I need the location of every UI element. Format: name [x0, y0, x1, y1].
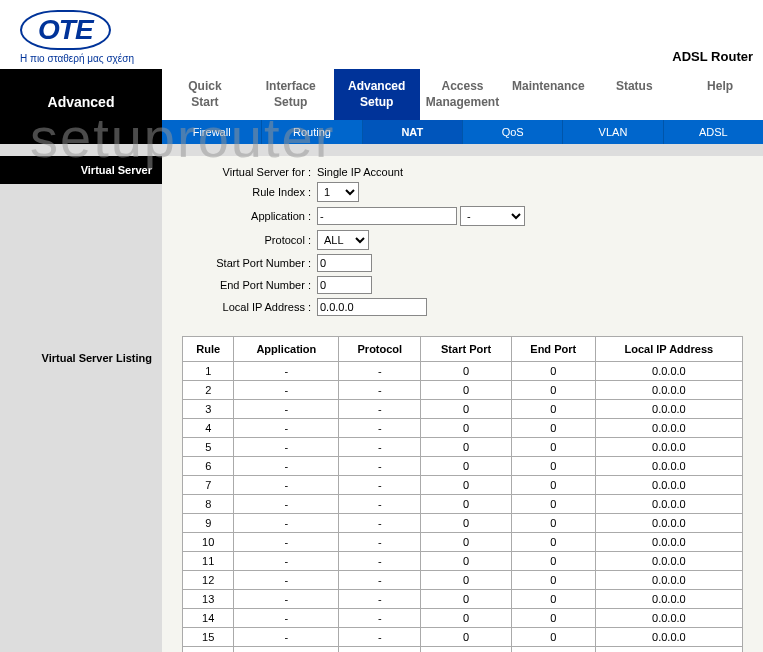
cell-ip: 0.0.0.0	[595, 400, 742, 419]
label-protocol: Protocol :	[182, 234, 317, 246]
cell-app: -	[234, 514, 339, 533]
cell-sp: 0	[421, 533, 511, 552]
subtab-vlan[interactable]: VLAN	[563, 120, 663, 144]
cell-sp: 0	[421, 571, 511, 590]
table-row[interactable]: 12--000.0.0.0	[183, 571, 743, 590]
virtual-server-table: Rule Application Protocol Start Port End…	[182, 336, 743, 652]
cell-sp: 0	[421, 628, 511, 647]
cell-sp: 0	[421, 495, 511, 514]
cell-sp: 0	[421, 476, 511, 495]
cell-sp: 0	[421, 438, 511, 457]
cell-ip: 0.0.0.0	[595, 552, 742, 571]
table-row[interactable]: 16--000.0.0.0	[183, 647, 743, 652]
cell-proto: -	[339, 495, 421, 514]
cell-proto: -	[339, 647, 421, 652]
cell-ep: 0	[511, 571, 595, 590]
input-application[interactable]	[317, 207, 457, 225]
cell-ip: 0.0.0.0	[595, 514, 742, 533]
header: OTE Η πιο σταθερή μας σχέση ADSL Router	[0, 0, 763, 69]
input-end-port[interactable]	[317, 276, 372, 294]
table-row[interactable]: 14--000.0.0.0	[183, 609, 743, 628]
cell-ip: 0.0.0.0	[595, 647, 742, 652]
table-row[interactable]: 4--000.0.0.0	[183, 419, 743, 438]
section-virtual-server-listing: Virtual Server Listing	[0, 344, 162, 372]
cell-ep: 0	[511, 400, 595, 419]
tab-quick-start[interactable]: Quick Start	[162, 69, 248, 120]
cell-app: -	[234, 476, 339, 495]
subtab-qos[interactable]: QoS	[463, 120, 563, 144]
cell-ep: 0	[511, 381, 595, 400]
select-rule-index[interactable]: 1	[317, 182, 359, 202]
cell-app: -	[234, 457, 339, 476]
cell-sp: 0	[421, 514, 511, 533]
cell-rule: 5	[183, 438, 234, 457]
tab-maintenance[interactable]: Maintenance	[505, 69, 591, 120]
cell-sp: 0	[421, 419, 511, 438]
cell-app: -	[234, 571, 339, 590]
table-row[interactable]: 11--000.0.0.0	[183, 552, 743, 571]
table-row[interactable]: 5--000.0.0.0	[183, 438, 743, 457]
cell-ep: 0	[511, 628, 595, 647]
table-row[interactable]: 7--000.0.0.0	[183, 476, 743, 495]
cell-ip: 0.0.0.0	[595, 609, 742, 628]
cell-proto: -	[339, 514, 421, 533]
table-row[interactable]: 9--000.0.0.0	[183, 514, 743, 533]
tab-status[interactable]: Status	[591, 69, 677, 120]
cell-rule: 14	[183, 609, 234, 628]
tab-access-management[interactable]: Access Management	[420, 69, 506, 120]
cell-app: -	[234, 495, 339, 514]
cell-app: -	[234, 533, 339, 552]
cell-proto: -	[339, 362, 421, 381]
cell-ip: 0.0.0.0	[595, 362, 742, 381]
col-protocol: Protocol	[339, 337, 421, 362]
tab-interface-setup[interactable]: Interface Setup	[248, 69, 334, 120]
cell-proto: -	[339, 457, 421, 476]
table-row[interactable]: 13--000.0.0.0	[183, 590, 743, 609]
table-row[interactable]: 10--000.0.0.0	[183, 533, 743, 552]
label-start-port: Start Port Number :	[182, 257, 317, 269]
subtab-firewall[interactable]: Firewall	[162, 120, 262, 144]
cell-ep: 0	[511, 609, 595, 628]
tab-help[interactable]: Help	[677, 69, 763, 120]
label-rule-index: Rule Index :	[182, 186, 317, 198]
cell-app: -	[234, 552, 339, 571]
subtab-routing[interactable]: Routing	[262, 120, 362, 144]
cell-ep: 0	[511, 514, 595, 533]
cell-ip: 0.0.0.0	[595, 381, 742, 400]
input-start-port[interactable]	[317, 254, 372, 272]
tab-advanced-setup[interactable]: Advanced Setup	[334, 69, 420, 120]
cell-sp: 0	[421, 552, 511, 571]
cell-ip: 0.0.0.0	[595, 457, 742, 476]
subtab-adsl[interactable]: ADSL	[664, 120, 763, 144]
table-row[interactable]: 3--000.0.0.0	[183, 400, 743, 419]
label-local-ip: Local IP Address :	[182, 301, 317, 313]
label-end-port: End Port Number :	[182, 279, 317, 291]
logo-area: OTE Η πιο σταθερή μας σχέση	[20, 10, 134, 64]
value-vs-for: Single IP Account	[317, 166, 403, 178]
cell-ep: 0	[511, 362, 595, 381]
col-end-port: End Port	[511, 337, 595, 362]
cell-app: -	[234, 590, 339, 609]
subtab-nat[interactable]: NAT	[363, 120, 463, 144]
cell-ip: 0.0.0.0	[595, 533, 742, 552]
table-row[interactable]: 6--000.0.0.0	[183, 457, 743, 476]
cell-proto: -	[339, 400, 421, 419]
select-protocol[interactable]: ALL	[317, 230, 369, 250]
cell-proto: -	[339, 590, 421, 609]
cell-proto: -	[339, 609, 421, 628]
table-row[interactable]: 15--000.0.0.0	[183, 628, 743, 647]
cell-ep: 0	[511, 438, 595, 457]
cell-sp: 0	[421, 381, 511, 400]
select-application[interactable]: -	[460, 206, 525, 226]
cell-ep: 0	[511, 647, 595, 652]
label-application: Application :	[182, 210, 317, 222]
table-row[interactable]: 1--000.0.0.0	[183, 362, 743, 381]
input-local-ip[interactable]	[317, 298, 427, 316]
tagline: Η πιο σταθερή μας σχέση	[20, 53, 134, 64]
cell-sp: 0	[421, 362, 511, 381]
label-vs-for: Virtual Server for :	[182, 166, 317, 178]
table-row[interactable]: 8--000.0.0.0	[183, 495, 743, 514]
cell-rule: 16	[183, 647, 234, 652]
table-row[interactable]: 2--000.0.0.0	[183, 381, 743, 400]
logo-text: OTE	[20, 10, 111, 50]
